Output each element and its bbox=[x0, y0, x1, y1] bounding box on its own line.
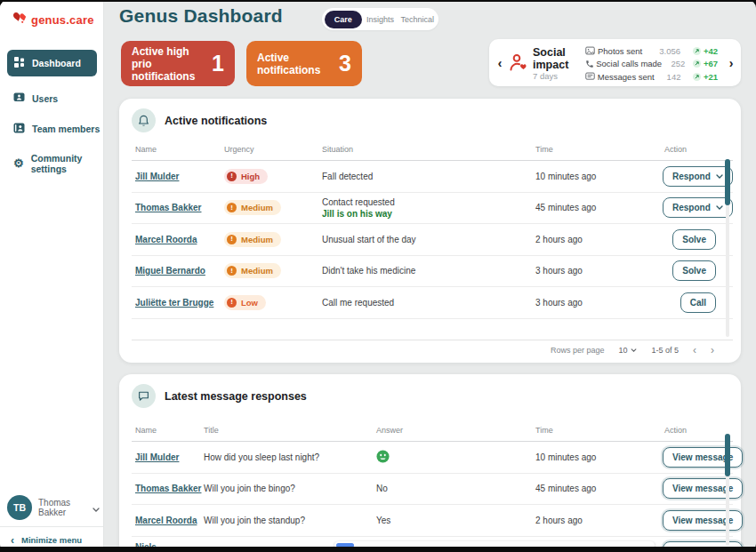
person-heart-icon bbox=[509, 53, 528, 76]
respond-button[interactable]: Respond bbox=[663, 166, 733, 187]
chevron-down-icon bbox=[92, 500, 100, 516]
card-title: Active notifications bbox=[165, 115, 267, 127]
column-header-time: Time bbox=[535, 145, 663, 154]
view-message-button[interactable]: View message bbox=[663, 478, 743, 499]
time-text: 2 hours ago bbox=[535, 235, 663, 244]
call-button[interactable]: Call bbox=[680, 292, 716, 313]
grid-icon bbox=[14, 57, 25, 69]
sidebar-user[interactable]: TB Thomas Bakker bbox=[7, 495, 100, 520]
tab-technical[interactable]: Technical bbox=[398, 11, 436, 28]
sidebar-item-label: Team members bbox=[32, 124, 100, 134]
card-header: Active notifications bbox=[132, 108, 267, 132]
solve-button[interactable]: Solve bbox=[672, 229, 716, 250]
stat-value: 252 bbox=[662, 59, 685, 68]
stat-delta: +42 bbox=[680, 46, 718, 56]
name-link[interactable]: Jill Mulder bbox=[135, 172, 179, 181]
chevron-down-icon bbox=[716, 205, 723, 210]
sidebar-item-community-settings[interactable]: ⚙ Community settings bbox=[0, 144, 103, 183]
logo: genus.care bbox=[0, 0, 103, 28]
column-header-name: Name bbox=[135, 426, 204, 435]
message-title-text: Will you join the standup? bbox=[204, 516, 376, 525]
time-text: 3 hours ago bbox=[535, 298, 663, 308]
logo-text: genus.care bbox=[31, 13, 94, 27]
answer-cell bbox=[376, 450, 535, 465]
urgency-badge: !Medium bbox=[224, 200, 281, 215]
chevron-right-icon: › bbox=[729, 56, 734, 70]
respond-button[interactable]: Respond bbox=[663, 197, 733, 218]
page-prev-button[interactable]: ‹ bbox=[693, 346, 696, 355]
sidebar-divider bbox=[0, 526, 103, 527]
message-icon bbox=[585, 68, 598, 84]
happy-emoji-icon bbox=[376, 455, 390, 465]
active-notifications-card: Active notifications Name Urgency Situat… bbox=[119, 99, 741, 363]
column-header-urgency: Urgency bbox=[224, 145, 322, 154]
table-row: Marcel Roorda Will you join the standup?… bbox=[132, 505, 733, 537]
minimize-menu-button[interactable]: ‹ Minimize menu bbox=[11, 535, 82, 545]
name-link[interactable]: Marcel Roorda bbox=[135, 516, 197, 525]
social-next-button[interactable]: › bbox=[724, 39, 738, 86]
kpi-label: Active notifications bbox=[257, 52, 339, 76]
vertical-scrollbar-track[interactable] bbox=[726, 434, 729, 546]
tab-bar: Care Insights Technical bbox=[322, 8, 438, 30]
page-next-button[interactable]: › bbox=[711, 346, 714, 355]
card-title: Latest message responses bbox=[165, 390, 307, 403]
situation-text: Unusual start of the day bbox=[322, 235, 535, 244]
sidebar-item-users[interactable]: Users bbox=[0, 84, 103, 114]
screen: genus.care Dashboard bbox=[0, 0, 756, 552]
exclamation-icon: ! bbox=[227, 235, 237, 244]
tab-insights[interactable]: Insights bbox=[362, 11, 399, 28]
social-impact-stats: Photos sent 3.056 +42 Social calls made … bbox=[585, 45, 718, 83]
vertical-scrollbar-track[interactable] bbox=[726, 159, 729, 337]
card-header: Latest message responses bbox=[132, 384, 307, 408]
vertical-scrollbar-thumb[interactable] bbox=[725, 159, 730, 205]
latest-messages-card: Latest message responses Name Title Answ… bbox=[119, 374, 741, 552]
kpi-value: 1 bbox=[212, 51, 224, 76]
situation-note: Jill is on his way bbox=[322, 209, 535, 219]
social-prev-button[interactable]: ‹ bbox=[493, 39, 507, 86]
name-link[interactable]: Juliëtte ter Brugge bbox=[135, 298, 213, 308]
name-link[interactable]: Thomas Bakker bbox=[135, 203, 201, 212]
tab-care[interactable]: Care bbox=[325, 11, 362, 28]
vertical-scrollbar-thumb[interactable] bbox=[725, 434, 730, 476]
rows-per-page-label: Rows per page bbox=[551, 346, 605, 355]
message-title-text: Will you join the bingo? bbox=[204, 484, 376, 493]
name-link[interactable]: Miguel Bernardo bbox=[135, 266, 205, 276]
view-message-button[interactable]: View message bbox=[663, 510, 743, 531]
exclamation-icon: ! bbox=[227, 266, 237, 276]
user-name: Thomas Bakker bbox=[38, 498, 86, 517]
table-row: Thomas Bakker !Medium Contact requestedJ… bbox=[132, 193, 733, 225]
table-row: Jill Mulder How did you sleep last night… bbox=[132, 442, 733, 474]
sidebar-item-dashboard[interactable]: Dashboard bbox=[7, 50, 97, 76]
view-message-button[interactable]: View message bbox=[663, 447, 743, 468]
rows-per-page-select[interactable]: 10 bbox=[618, 346, 637, 355]
urgency-badge: !High bbox=[224, 169, 268, 184]
table-row: Jill Mulder !High Fall detected 10 minut… bbox=[132, 161, 733, 193]
stat-value: 142 bbox=[655, 72, 681, 82]
name-link[interactable]: Marcel Roorda bbox=[135, 235, 197, 244]
stat-value: 3.056 bbox=[654, 46, 680, 56]
table-pagination: Rows per page 10 1-5 of 5 ‹ › bbox=[551, 346, 714, 355]
column-header-situation: Situation bbox=[322, 145, 535, 154]
app-window: genus.care Dashboard bbox=[0, 0, 756, 552]
sidebar-nav: Dashboard Users bbox=[0, 50, 103, 183]
trend-up-icon bbox=[693, 60, 701, 68]
avatar: TB bbox=[7, 495, 32, 520]
kpi-value: 3 bbox=[339, 51, 351, 76]
messages-table: Name Title Answer Time Action Jill Mulde… bbox=[132, 426, 733, 552]
name-link[interactable]: Thomas Bakker bbox=[135, 484, 201, 493]
message-title-text: How did you sleep last night? bbox=[204, 452, 376, 462]
minimize-menu-label: Minimize menu bbox=[21, 535, 82, 545]
table-row: Thomas Bakker Will you join the bingo? N… bbox=[132, 474, 733, 506]
trend-up-icon bbox=[693, 73, 701, 81]
solve-button[interactable]: Solve bbox=[672, 260, 716, 281]
sidebar-item-team-members[interactable]: Team members bbox=[0, 114, 103, 144]
notifications-table: Name Urgency Situation Time Action Jill … bbox=[132, 145, 733, 340]
main-content: Genus Dashboard Care Insights Technical … bbox=[104, 0, 756, 552]
table-row: Juliëtte ter Brugge !Low Call me request… bbox=[132, 287, 733, 319]
column-header-title: Title bbox=[204, 426, 376, 435]
stat-delta: +21 bbox=[680, 72, 718, 82]
exclamation-icon: ! bbox=[227, 298, 237, 308]
name-link[interactable]: Jill Mulder bbox=[135, 452, 179, 462]
stat-row: Messages sent 142 +21 bbox=[585, 71, 718, 83]
stat-row: Photos sent 3.056 +42 bbox=[585, 45, 718, 57]
